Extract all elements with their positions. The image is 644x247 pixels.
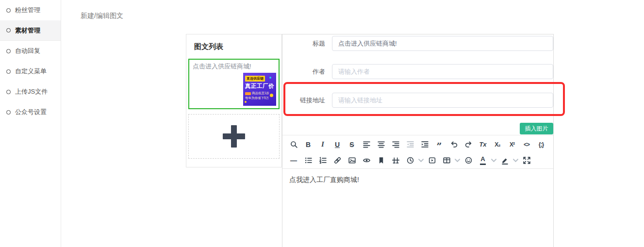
thumb-badge: 直连供应链 [245,76,265,82]
editor-content-text: 点我进入工厂直购商城! [289,176,359,183]
page-title: 新建/编辑图文 [81,12,123,20]
sidebar-item-material[interactable]: 素材管理 [0,20,61,41]
chevron-down-icon[interactable] [417,154,425,167]
thumb-headline: 真正工厂价 [245,82,276,90]
emoji-icon[interactable] [461,154,476,167]
sidebar-item-custom-menu[interactable]: 自定义菜单 [0,61,61,82]
strikethrough-icon[interactable]: S [345,138,359,151]
radio-circle-icon [6,69,11,74]
article-card-selected[interactable]: 点击进入供应链商城! 直连供应链 真正工厂价 商品低至1折 每年为你省下5万 [188,59,280,109]
video-icon[interactable] [425,154,439,167]
article-thumbnail-image: 直连供应链 真正工厂价 商品低至1折 每年为你省下5万 [243,73,276,106]
link-input[interactable] [332,93,553,108]
radio-circle-icon [6,90,11,94]
chevron-down-icon[interactable] [454,154,461,167]
article-card-title: 点击进入供应链商城! [193,62,275,71]
editor-content-area[interactable]: 点我进入工厂直购商城! [282,169,553,247]
sidebar-item-label: 素材管理 [15,26,40,35]
thumb-line1: 商品低至1折 [252,91,269,96]
sidebar-item-account-settings[interactable]: 公众号设置 [0,102,61,122]
link-icon[interactable] [330,154,345,167]
radio-circle-icon [6,28,11,33]
author-input[interactable] [332,64,553,79]
sidebar-item-label: 上传JS文件 [15,87,48,96]
sidebar: 粉丝管理 素材管理 自动回复 自定义菜单 上传JS文件 公众号设置 [0,0,61,247]
highlight-icon[interactable] [497,154,512,167]
bulleted-list-icon[interactable] [301,154,315,167]
blockquote-icon[interactable]: ” [432,138,446,151]
horizontal-rule-icon[interactable]: — [286,154,301,167]
radio-circle-icon [6,49,11,53]
undo-icon[interactable] [446,138,461,151]
add-article-button[interactable] [188,114,280,159]
fullscreen-icon[interactable] [519,154,534,167]
article-list-title: 图文列表 [186,34,281,51]
sidebar-item-autoreply[interactable]: 自动回复 [0,41,61,61]
align-center-icon[interactable] [374,138,388,151]
sidebar-item-label: 公众号设置 [15,108,47,116]
clock-icon[interactable] [403,154,417,167]
chevron-down-icon[interactable] [512,154,519,167]
toolbar-row-2: — [286,152,553,168]
radio-circle-icon [6,8,11,13]
italic-icon[interactable]: I [315,138,330,151]
radio-circle-icon [6,110,11,115]
outdent-icon[interactable] [403,138,417,151]
indent-icon[interactable] [417,138,432,151]
numbered-list-icon[interactable] [315,154,330,167]
toolbar-row-1: B I U S ” [286,136,553,152]
table-icon[interactable] [439,154,454,167]
article-list-panel: 图文列表 点击进入供应链商城! 直连供应链 真正工厂价 商品低至1折 每年为你省… [186,34,282,167]
page-break-icon[interactable] [388,154,403,167]
decor-dot [270,94,273,97]
sidebar-item-label: 粉丝管理 [15,6,40,15]
link-label: 链接地址 [282,96,325,105]
bookmark-icon[interactable] [374,154,388,167]
plus-icon [231,125,237,148]
title-label: 标题 [282,39,325,48]
decor-dot [245,101,247,103]
search-icon[interactable] [286,138,301,151]
superscript-icon[interactable]: X² [505,138,519,151]
sidebar-item-fans[interactable]: 粉丝管理 [0,0,61,20]
subscript-icon[interactable]: X₂ [490,138,505,151]
sidebar-item-upload-js[interactable]: 上传JS文件 [0,82,61,102]
author-label: 作者 [282,67,325,76]
redo-icon[interactable] [461,138,476,151]
sidebar-item-label: 自动回复 [15,47,40,55]
clear-format-icon[interactable]: Tx [476,138,490,151]
insert-image-button[interactable]: 插入图片 [520,123,553,134]
decor-dot [269,77,271,79]
sidebar-item-label: 自定义菜单 [15,67,47,76]
image-icon[interactable] [345,154,359,167]
code-block-icon[interactable]: {;} [534,138,548,151]
underline-icon[interactable]: U [330,138,345,151]
title-input[interactable] [332,36,553,51]
article-editor-panel: 标题 作者 链接地址 插入图片 B I U S [282,34,554,247]
editor-toolbar: B I U S ” [282,135,553,169]
chevron-down-icon[interactable] [490,154,497,167]
align-left-icon[interactable] [359,138,374,151]
inline-code-icon[interactable]: <> [519,138,534,151]
preview-icon[interactable] [359,154,374,167]
font-color-icon[interactable]: A [476,154,490,167]
align-right-icon[interactable] [388,138,403,151]
bold-icon[interactable]: B [301,138,315,151]
thumb-orange-chip [245,92,251,95]
